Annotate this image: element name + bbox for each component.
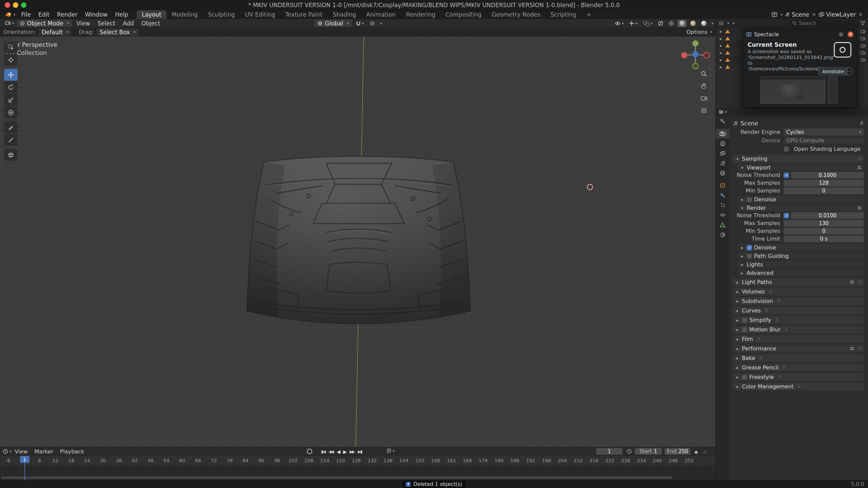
keyframe-icon[interactable]: ◆ — [694, 449, 698, 454]
disable-in-render-icon[interactable] — [861, 37, 865, 40]
xray-toggle[interactable] — [656, 20, 665, 27]
outliner-search[interactable] — [789, 20, 859, 27]
pan-hand-icon[interactable] — [699, 81, 709, 91]
options-button[interactable]: Options ▾ — [687, 29, 712, 35]
property-value-field[interactable]: 0.1000 — [791, 172, 864, 179]
menu-item[interactable]: Edit — [35, 10, 53, 19]
workspace-tab[interactable]: Modeling — [166, 10, 203, 19]
section-checkbox[interactable]: ✓ — [742, 318, 747, 323]
subsection-header[interactable]: ▸ ✓ Lights — [737, 261, 864, 268]
select-box-tool[interactable] — [4, 41, 18, 53]
workspace-tab[interactable]: Layout — [137, 10, 166, 19]
timeline-ruler[interactable]: -606121824303642485460667278849096102108… — [0, 456, 715, 465]
section-header[interactable]: ▸ ✓ Light Paths ⠿ — [733, 278, 864, 286]
tab-object-data[interactable] — [716, 220, 729, 230]
property-value-field[interactable]: 130 — [784, 220, 864, 227]
workspace-tab[interactable]: UV Editing — [240, 10, 280, 19]
menu-item[interactable]: View — [12, 448, 31, 455]
expand-icon[interactable]: ▸ — [718, 29, 723, 34]
property-value-field[interactable]: 0 s — [784, 236, 864, 242]
subsection-header[interactable]: ▸ ✓ Advanced — [737, 269, 864, 277]
playhead-frame-label[interactable]: 1 — [20, 456, 29, 463]
property-checkbox[interactable]: ✓ — [784, 213, 789, 218]
subsection-header[interactable]: ▸ ✓ Denoise — [737, 244, 864, 251]
menu-item[interactable]: Marker — [31, 448, 57, 455]
shading-material-button[interactable] — [688, 20, 697, 27]
property-value-field[interactable]: 0.0100 — [791, 212, 864, 219]
timeline-scrollbar[interactable] — [1, 476, 672, 479]
axis-z-positive[interactable] — [692, 51, 698, 57]
section-header[interactable]: ▸ ✓ Film ⠿ — [733, 335, 864, 343]
section-header[interactable]: ▸ ✓ Color Management ⠿ — [733, 383, 864, 390]
playback-sync-dropdown[interactable]: ▾ — [387, 448, 395, 453]
frame-end-field[interactable]: End250 — [665, 448, 690, 455]
axis-x-negative[interactable] — [681, 52, 687, 58]
workspace-tab[interactable]: Texture Paint — [280, 10, 328, 19]
section-header[interactable]: ▸ ✓ Curves ⠿ — [733, 307, 864, 314]
unlink-scene-icon[interactable]: ✕ — [811, 12, 817, 17]
more-options-icon[interactable]: ⋯ — [845, 67, 853, 75]
shading-solid-button[interactable] — [677, 20, 687, 27]
section-checkbox[interactable]: ✓ — [742, 327, 747, 332]
object-visibility-button[interactable]: ▾ — [613, 20, 626, 27]
tab-tool[interactable] — [716, 116, 729, 126]
section-checkbox[interactable]: ✓ — [742, 374, 747, 380]
rotate-tool[interactable] — [4, 81, 18, 93]
transform-tool[interactable] — [4, 106, 18, 118]
auto-keying-toggle[interactable] — [307, 449, 312, 454]
subsection-viewport-denoise[interactable]: ▸ ✓ Denoise — [737, 196, 864, 203]
presets-icon[interactable] — [850, 347, 854, 350]
annotate-button[interactable]: Annotate — [818, 67, 848, 76]
next-keyframe-button[interactable]: ▶▶ — [348, 449, 356, 454]
frame-start-field[interactable]: Start1 — [635, 448, 662, 455]
screenshot-thumbnail-partial[interactable] — [828, 77, 837, 104]
workspace-tab[interactable]: Geometry Nodes — [487, 10, 545, 19]
presets-icon[interactable] — [857, 166, 862, 169]
gizmos-button[interactable]: ▾ — [627, 20, 639, 27]
presets-icon[interactable] — [857, 206, 862, 210]
subsection-render[interactable]: ▾ Render — [737, 204, 864, 211]
menu-item[interactable]: File — [18, 10, 35, 19]
workspace-tab[interactable]: Rendering — [401, 10, 440, 19]
outliner-editor-type-button[interactable] — [718, 21, 724, 26]
section-header[interactable]: ▸ ✓ Volumes ⠿ — [733, 288, 864, 296]
section-header[interactable]: ▸ ✓ Simplify ⠿ — [733, 316, 864, 324]
shading-wireframe-button[interactable] — [667, 20, 676, 27]
previous-keyframe-button[interactable]: ◀◀ — [327, 449, 335, 454]
workspace-tab[interactable]: Scripting — [546, 10, 581, 19]
close-icon[interactable]: ✕ — [848, 32, 853, 37]
shading-options-chevron-icon[interactable]: ▾ — [711, 22, 713, 25]
osl-checkbox[interactable]: ✓ — [784, 146, 789, 152]
expand-icon[interactable]: ▸ — [718, 65, 723, 69]
jump-to-end-button[interactable]: ▶▮ — [356, 449, 363, 454]
menu-item[interactable]: Select — [94, 19, 119, 28]
property-value-field[interactable]: 128 — [784, 180, 864, 186]
tab-world[interactable] — [716, 168, 729, 178]
expand-icon[interactable]: ▸ — [718, 50, 723, 55]
clock-icon[interactable] — [627, 449, 632, 454]
menu-item[interactable]: Help — [111, 10, 132, 19]
orientation-dropdown[interactable]: Default ▾ — [39, 28, 72, 36]
section-header[interactable]: ▸ ✓ Bake ⠿ — [733, 354, 864, 362]
menu-item[interactable]: Playback — [57, 448, 87, 455]
tab-scene[interactable] — [716, 158, 729, 168]
blender-logo-icon[interactable]: ▾ — [3, 11, 18, 18]
annotate-tool[interactable] — [4, 121, 18, 133]
measure-tool[interactable] — [4, 134, 18, 146]
chevron-down-icon[interactable]: ▾ — [380, 22, 382, 25]
expand-icon[interactable]: ▸ — [718, 36, 723, 41]
property-value-field[interactable]: 0 — [784, 228, 864, 235]
tab-render[interactable] — [716, 129, 729, 139]
current-frame-field[interactable]: 1 — [596, 448, 623, 455]
tab-modifiers[interactable] — [716, 190, 729, 200]
section-header[interactable]: ▸ ✓ Motion Blur ⠿ — [733, 326, 864, 333]
play-button[interactable]: ▶ — [341, 449, 348, 454]
screen-layout-icon[interactable] — [772, 12, 777, 17]
property-value-field[interactable]: 0 — [784, 187, 864, 194]
add-cube-tool[interactable] — [4, 149, 18, 161]
display-mode-chevron-icon[interactable]: ▾ — [733, 21, 735, 25]
workspace-tab[interactable]: Sculpting — [203, 10, 240, 19]
menu-item[interactable]: Render — [53, 10, 81, 19]
subsection-checkbox[interactable]: ✓ — [747, 245, 752, 250]
move-tool[interactable] — [4, 69, 18, 81]
